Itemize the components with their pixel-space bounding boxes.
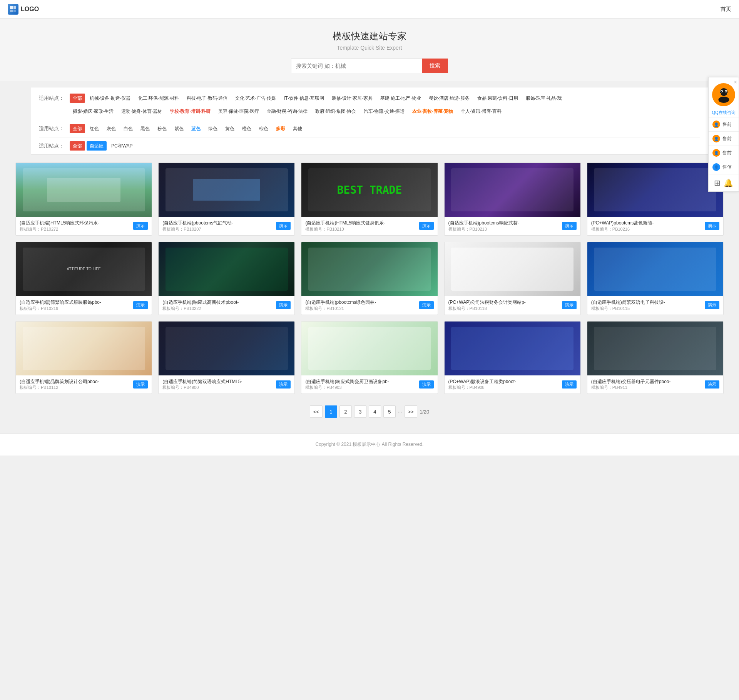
template-card-13[interactable]: (自适应手机端)响应式陶瓷厨卫画设备pb- 模板编号：PB4903 演示 <box>301 321 438 394</box>
search-button[interactable]: 搜索 <box>422 59 448 73</box>
sidebar-item-3[interactable]: 👤 售前 <box>709 146 739 160</box>
demo-btn-5[interactable]: 演示 <box>705 222 719 230</box>
template-info-7: (自适应手机端)响应式高新技术pboot- 模板编号：PB10222 演示 <box>159 296 294 315</box>
template-card-2[interactable]: (自适应手机端)pbootcms气缸气动- 模板编号：PB10207 演示 <box>158 162 295 236</box>
filter-tag-beauty[interactable]: 美容·保健·医院·医疗 <box>215 107 262 116</box>
template-preview-4 <box>445 163 580 217</box>
sidebar-label-2: 售前 <box>722 136 732 142</box>
filter-tag-blue[interactable]: 蓝色 <box>188 124 204 133</box>
filter-tag-food-service[interactable]: 餐饮·酒店·旅游·服务 <box>426 94 473 103</box>
qq-link[interactable]: QQ在线咨询 <box>709 108 739 117</box>
filter-tag-food[interactable]: 食品·果蔬·饮料·日用 <box>474 94 521 103</box>
demo-btn-12[interactable]: 演示 <box>276 380 291 389</box>
page-4[interactable]: 4 <box>369 405 381 418</box>
template-card-8[interactable]: (自适应手机端)pbootcms绿色园林- 模板编号：PB10121 演示 <box>301 242 438 315</box>
page-3[interactable]: 3 <box>354 405 366 418</box>
filter-tag-photo[interactable]: 摄影·婚庆·家政·生活 <box>70 107 117 116</box>
filter-tag-device-all[interactable]: 全部 <box>70 141 85 151</box>
filter-tag-yellow[interactable]: 黄色 <box>222 124 237 133</box>
template-card-4[interactable]: (自适应手机端)pbootcms响应式荟- 模板编号：PB10213 演示 <box>444 162 581 236</box>
template-card-1[interactable]: (自适应手机端)HTML5响应式环保污水- 模板编号：PB10272 演示 <box>15 162 152 236</box>
filter-tag-pc-wap[interactable]: PC和WAP <box>108 141 136 151</box>
svg-rect-13 <box>727 93 729 96</box>
demo-btn-2[interactable]: 演示 <box>276 222 291 230</box>
page-5[interactable]: 5 <box>383 405 396 418</box>
demo-btn-11[interactable]: 演示 <box>133 380 148 389</box>
demo-btn-7[interactable]: 演示 <box>276 301 291 309</box>
filter-tag-other-color[interactable]: 其他 <box>290 124 305 133</box>
sidebar-item-1[interactable]: 👤 售前 <box>709 117 739 131</box>
filter-tag-all[interactable]: 全部 <box>70 94 85 103</box>
page-prev[interactable]: << <box>310 405 323 418</box>
filter-tag-auto[interactable]: 汽车·物流·交通·振运 <box>361 107 408 116</box>
template-card-11[interactable]: (自适应手机端)品牌策划设计公司pboo- 模板编号：PB10112 演示 <box>15 321 152 394</box>
template-card-3[interactable]: BEST TRADE (自适应手机端)HTML5响应式健身俱乐- 模板编号：PB… <box>301 162 438 236</box>
filter-tag-construction[interactable]: 基建·施工·地产·物业 <box>377 94 424 103</box>
template-card-14[interactable]: (PC+WAP)撒浪设备工程类pboot- 模板编号：PB4908 演示 <box>444 321 581 394</box>
demo-btn-3[interactable]: 演示 <box>419 222 434 230</box>
sidebar-icon-1: 👤 <box>712 121 720 128</box>
filter-tag-chemical[interactable]: 化工·环保·能源·材料 <box>135 94 182 103</box>
template-card-9[interactable]: (PC+WAP)公司法税财务会计类网站p- 模板编号：PB10118 演示 <box>444 242 581 315</box>
template-card-6[interactable]: ATTITUDE TO LIFE (自适应手机端)简繁响应式服装服饰pbo- 模… <box>15 242 152 315</box>
page-next[interactable]: >> <box>405 405 417 418</box>
sidebar-item-2[interactable]: 👤 售前 <box>709 131 739 146</box>
filter-tag-gray[interactable]: 灰色 <box>104 124 119 133</box>
filter-tag-responsive[interactable]: 自适应 <box>87 141 107 151</box>
template-text-6: (自适应手机端)简繁响应式服装服饰pbo- 模板编号：PB10219 <box>20 299 133 311</box>
filter-tag-gov[interactable]: 政府·组织·集团·协会 <box>312 107 359 116</box>
template-card-5[interactable]: (PC+WAP)pbootcms蓝色新能- 模板编号：PB10216 演示 <box>587 162 724 236</box>
filter-tag-culture[interactable]: 文化·艺术·广告·传媒 <box>232 94 279 103</box>
filter-tag-orange[interactable]: 橙色 <box>239 124 254 133</box>
filter-tag-purple[interactable]: 紫色 <box>171 124 187 133</box>
demo-btn-9[interactable]: 演示 <box>562 301 577 309</box>
filter-tag-machinery[interactable]: 机械·设备·制造·仪器 <box>87 94 134 103</box>
filter-tag-red[interactable]: 红色 <box>87 124 102 133</box>
sidebar-item-4[interactable]: 👤 售信 <box>709 160 739 174</box>
filter-tag-agri[interactable]: 农业·畜牧·养殖·宠物 <box>409 107 456 116</box>
filter-tag-sports[interactable]: 运动·健身·体育·器材 <box>118 107 165 116</box>
demo-btn-6[interactable]: 演示 <box>133 301 148 309</box>
filter-tag-brown[interactable]: 棕色 <box>256 124 271 133</box>
demo-btn-15[interactable]: 演示 <box>705 380 719 389</box>
demo-btn-1[interactable]: 演示 <box>133 222 148 230</box>
logo-text: LOGO <box>21 6 39 13</box>
filter-tag-multicolor[interactable]: 多彩 <box>273 124 288 133</box>
hero-title: 模板快速建站专家 <box>154 30 585 42</box>
filter-tag-white[interactable]: 白色 <box>120 124 136 133</box>
template-card-15[interactable]: (自适应手机端)变压器电子元器件pboo- 模板编号：PB4911 演示 <box>587 321 724 394</box>
logo[interactable]: LOGO <box>8 4 39 15</box>
filter-tag-fashion[interactable]: 服饰·珠宝·礼品·玩 <box>523 94 565 103</box>
template-card-7[interactable]: (自适应手机端)响应式高新技术pboot- 模板编号：PB10222 演示 <box>158 242 295 315</box>
filter-tag-tech[interactable]: 科技·电子·数码·通信 <box>184 94 231 103</box>
template-card-10[interactable]: (自适应手机端)简繁双语电子科技设- 模板编号：PB10115 演示 <box>587 242 724 315</box>
search-input[interactable] <box>291 59 422 73</box>
sidebar-close-btn[interactable]: × <box>734 79 737 85</box>
notification-icon[interactable]: 🔔 <box>724 178 733 188</box>
filter-tag-black[interactable]: 黑色 <box>137 124 153 133</box>
demo-btn-10[interactable]: 演示 <box>705 301 719 309</box>
filter-tag-color-all[interactable]: 全部 <box>70 124 85 133</box>
page-2[interactable]: 2 <box>339 405 352 418</box>
demo-btn-14[interactable]: 演示 <box>562 380 577 389</box>
page-1[interactable]: 1 <box>325 405 337 418</box>
filter-tag-it[interactable]: IT·软件·信息·互联网 <box>281 94 327 103</box>
demo-btn-4[interactable]: 演示 <box>562 222 577 230</box>
template-title-5: (PC+WAP)pbootcms蓝色新能- <box>591 220 705 226</box>
filter-tags-type2: 摄影·婚庆·家政·生活 运动·健身·体育·器材 学校·教育·培训·科研 美容·保… <box>70 107 700 116</box>
filter-tag-education[interactable]: 学校·教育·培训·科研 <box>167 107 214 116</box>
nav-home[interactable]: 首页 <box>721 6 731 13</box>
filter-tag-green[interactable]: 绿色 <box>205 124 221 133</box>
filter-tag-personal[interactable]: 个人·资讯·博客·百科 <box>458 107 505 116</box>
qr-code-icon[interactable]: ⊞ <box>714 178 721 188</box>
demo-btn-13[interactable]: 演示 <box>419 380 434 389</box>
filter-label-device: 适用站点： <box>39 141 66 151</box>
filter-tag-pink[interactable]: 粉色 <box>154 124 170 133</box>
filter-tag-finance[interactable]: 金融·财税·咨询·法律 <box>264 107 311 116</box>
demo-btn-8[interactable]: 演示 <box>419 301 434 309</box>
template-text-8: (自适应手机端)pbootcms绿色园林- 模板编号：PB10121 <box>305 299 419 311</box>
template-card-12[interactable]: (自适应手机端)简繁双语响应式HTML5- 模板编号：PB4900 演示 <box>158 321 295 394</box>
filter-section: 适用站点： 全部 机械·设备·制造·仪器 化工·环保·能源·材料 科技·电子·数… <box>15 87 724 155</box>
filter-tag-decor[interactable]: 装修·设计·家居·家具 <box>329 94 376 103</box>
template-title-11: (自适应手机端)品牌策划设计公司pboo- <box>20 378 133 385</box>
